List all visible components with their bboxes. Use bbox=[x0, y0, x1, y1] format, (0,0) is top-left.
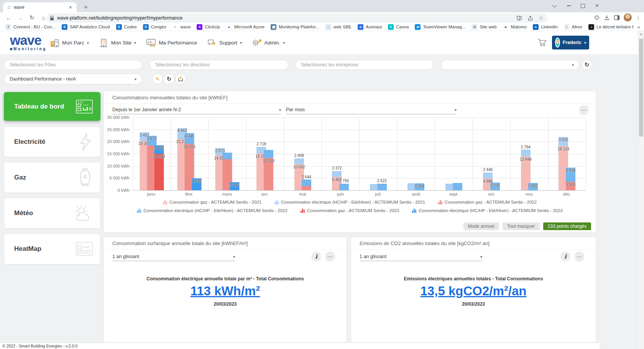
empty-select[interactable]: ▾ bbox=[441, 60, 580, 70]
window-close-button[interactable]: × bbox=[590, 1, 604, 11]
bar-2022[interactable]: 3 106 bbox=[490, 183, 500, 190]
window-chevron-button[interactable] bbox=[547, 1, 562, 11]
kpi-more-button[interactable]: ⋯ bbox=[325, 252, 335, 262]
bookmark[interactable]: SCodex bbox=[114, 23, 139, 31]
nav-ma-performance[interactable]: Ma Performance bbox=[146, 38, 197, 48]
bar-2023[interactable]: 4 838 bbox=[192, 178, 202, 190]
browser-tab[interactable]: ∴ wave × bbox=[3, 2, 77, 12]
nav-mon-parc[interactable]: Mon Parc ▾ bbox=[50, 38, 89, 48]
share-icon[interactable] bbox=[527, 15, 533, 21]
reload-button[interactable]: ↻ bbox=[27, 13, 37, 23]
kpi-period-select[interactable]: 1 an glissant ▾ bbox=[360, 252, 482, 261]
sidebar-item-meteo[interactable]: Météo bbox=[4, 198, 100, 229]
directions-select[interactable]: Sélectionnez les directions bbox=[150, 60, 288, 70]
electricity-segment[interactable] bbox=[222, 153, 232, 159]
electricity-segment[interactable] bbox=[483, 173, 493, 178]
bookmark-star-icon[interactable]: ☆ bbox=[539, 15, 544, 21]
bookmark[interactable]: ʃAfnor bbox=[562, 23, 585, 31]
scrollbar-thumb[interactable] bbox=[639, 39, 643, 137]
bookmark[interactable]: ▦Monitoring Platefor... bbox=[268, 23, 321, 31]
new-tab-button[interactable]: + bbox=[80, 2, 91, 12]
bookmark[interactable]: aAxonaut bbox=[355, 23, 384, 31]
electricity-segment[interactable] bbox=[302, 179, 311, 186]
bar-2022[interactable]: 3 5005 834 bbox=[566, 168, 575, 190]
bar-2022[interactable] bbox=[453, 183, 462, 190]
forward-button[interactable]: → bbox=[15, 13, 25, 23]
nav-admin[interactable]: Admin. ▾ bbox=[252, 38, 285, 48]
electricity-segment[interactable] bbox=[377, 184, 387, 190]
brand-logo[interactable]: wave Monitoring bbox=[10, 33, 47, 51]
bookmark[interactable]: ΛClickUp bbox=[194, 23, 222, 31]
install-app-icon[interactable] bbox=[516, 15, 522, 21]
kpi-period-select[interactable]: 1 an glissant ▾ bbox=[112, 252, 235, 261]
bookmark[interactable]: SSAP Analytics Cloud bbox=[59, 23, 112, 31]
legend-item[interactable]: Consommation gaz - ACTEMIUM Senlis - 202… bbox=[438, 200, 537, 204]
legend-item[interactable]: Consommation électrique (HC/HP - Eté/Hiv… bbox=[274, 200, 425, 204]
mode-annuel-button[interactable]: Mode annuel bbox=[463, 222, 499, 230]
back-button[interactable]: ← bbox=[4, 13, 14, 23]
profile-avatar[interactable] bbox=[624, 13, 632, 21]
bookmark[interactable]: ‖Connect - BU - Con... bbox=[3, 23, 58, 31]
filters-refresh-button[interactable]: ↻ bbox=[582, 59, 592, 70]
sidebar-item-heatmap[interactable]: HeatMap bbox=[4, 234, 100, 264]
reset-dashboard-button[interactable]: ↻ bbox=[164, 74, 174, 84]
kpi-info-button[interactable]: i bbox=[311, 252, 321, 262]
bar-2022[interactable]: 2 750 bbox=[339, 184, 349, 190]
side-panel-icon[interactable] bbox=[614, 15, 620, 21]
kpi-info-button[interactable]: i bbox=[560, 252, 570, 262]
chart-more-button[interactable]: ⋯ bbox=[579, 105, 589, 115]
tab-close-icon[interactable]: × bbox=[67, 4, 74, 10]
tout-masquer-button[interactable]: Tout masquer bbox=[503, 222, 540, 230]
bookmark[interactable]: inLinkedIn bbox=[531, 23, 560, 31]
electricity-segment[interactable] bbox=[339, 184, 349, 190]
page-scrollbar[interactable]: ▲ bbox=[638, 31, 644, 349]
sidebar-item-gaz[interactable]: Gaz bbox=[4, 162, 100, 193]
nav-support[interactable]: Support ▾ bbox=[207, 38, 242, 48]
gas-segment[interactable] bbox=[154, 154, 164, 190]
legend-item[interactable]: Consommation électrique (HC/HP - Eté/Hiv… bbox=[137, 208, 288, 213]
window-maximize-button[interactable] bbox=[576, 1, 590, 11]
bookmark[interactable]: ⊕Site web bbox=[469, 23, 499, 31]
extensions-puzzle-icon[interactable] bbox=[594, 15, 600, 21]
address-bar[interactable]: wave-platform.net/buildingreporting/mype… bbox=[46, 13, 547, 23]
electricity-segment[interactable] bbox=[264, 150, 273, 158]
nav-mon-site[interactable]: Mon Site ▾ bbox=[99, 38, 136, 48]
export-dashboard-button[interactable] bbox=[175, 74, 186, 84]
edit-dashboard-button[interactable]: ✎ bbox=[152, 74, 163, 84]
electricity-segment[interactable] bbox=[521, 150, 531, 156]
bookmark[interactable]: ⇄TeamViewer Manag... bbox=[412, 23, 468, 31]
poles-select[interactable]: Sélectionnez les Pôles bbox=[4, 60, 142, 70]
bookmark[interactable]: ∴wave bbox=[170, 23, 193, 31]
dashboard-select[interactable]: Dashboard Performance - revA ▾ bbox=[4, 74, 142, 84]
window-minimize-button[interactable] bbox=[562, 1, 576, 11]
bookmarks-overflow-icon[interactable]: » bbox=[634, 24, 644, 30]
chart-granularity-select[interactable]: Par mois ▾ bbox=[286, 105, 457, 114]
bar-2022[interactable]: 2 622 bbox=[377, 184, 387, 190]
bookmark[interactable]: ılıMatomo bbox=[501, 23, 529, 31]
bar-2023[interactable]: 3 347 bbox=[230, 182, 239, 190]
electricity-segment[interactable] bbox=[453, 183, 462, 190]
bookmark[interactable]: CCanva bbox=[386, 23, 411, 31]
sidebar-item-tableau-de-bord[interactable]: Tableau de bord bbox=[4, 92, 100, 121]
cart-button[interactable] bbox=[537, 37, 547, 48]
gas-segment[interactable] bbox=[302, 186, 311, 190]
bookmark[interactable]: ▲Microsoft Azure bbox=[224, 23, 267, 31]
kpi-more-button[interactable]: ⋯ bbox=[574, 252, 584, 262]
chart-range-select[interactable]: Depuis le 1er Janvier année N-2 ▾ bbox=[112, 105, 281, 114]
scroll-up-icon[interactable]: ▲ bbox=[638, 32, 644, 36]
bookmark[interactable]: SCongés bbox=[141, 23, 169, 31]
bookmark[interactable]: ◑Le décret tertiaire C... bbox=[586, 23, 634, 31]
sidebar-item-electricite[interactable]: Electricité bbox=[4, 127, 100, 157]
user-menu[interactable]: Frederic ▾ bbox=[552, 36, 589, 49]
download-icon[interactable] bbox=[604, 15, 610, 21]
legend-item[interactable]: Consommation gaz - ACTEMIUM Senlis - 202… bbox=[163, 200, 261, 204]
electricity-segment[interactable] bbox=[332, 171, 342, 177]
bar-2022[interactable]: 2 982 bbox=[528, 183, 538, 190]
bar-2022[interactable]: 13 193 bbox=[264, 150, 273, 190]
bookmark[interactable]: ↑web SBE bbox=[323, 23, 354, 31]
menu-kebab-icon[interactable]: ⋮ bbox=[636, 15, 641, 21]
bar-2023[interactable]: 15 0583 463 bbox=[154, 145, 164, 190]
bar-2022[interactable]: 2 904 bbox=[415, 183, 424, 190]
entreprises-select[interactable]: Sélectionnez les entreprises bbox=[295, 60, 434, 70]
electricity-segment[interactable] bbox=[294, 158, 304, 164]
